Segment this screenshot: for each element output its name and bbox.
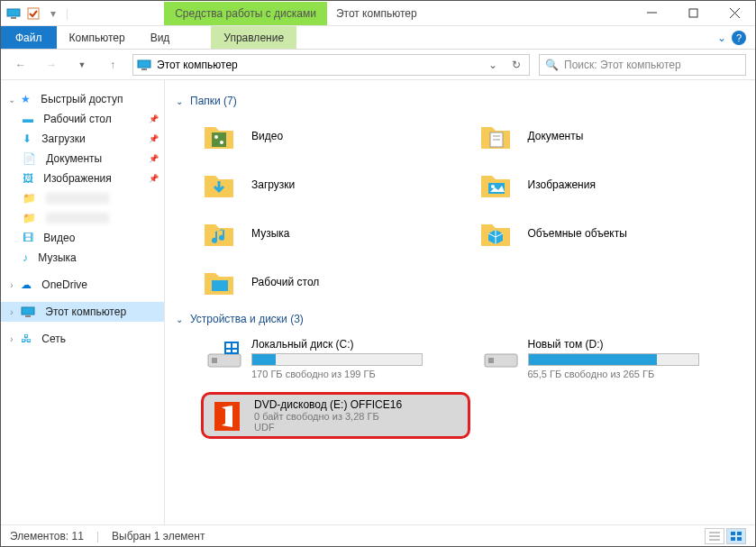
sidebar-item-desktop[interactable]: ▬ Рабочий стол📌 <box>1 109 164 129</box>
svg-rect-26 <box>232 350 237 352</box>
svg-rect-36 <box>737 537 742 541</box>
sidebar-item-label: Сеть <box>41 333 66 345</box>
folder-icon <box>478 215 514 251</box>
sidebar-item-label: Документы <box>46 152 102 165</box>
sidebar-item-blurred[interactable]: 📁 <box>1 208 164 228</box>
folder-label: Документы <box>528 130 584 142</box>
search-placeholder: Поиск: Этот компьютер <box>564 59 681 71</box>
pin-icon: 📌 <box>149 114 159 123</box>
drive-name: Локальный диск (C:) <box>251 338 465 351</box>
refresh-button[interactable]: ↻ <box>507 59 525 71</box>
folders-grid: ВидеоДокументыЗагрузкиИзображенияМузыкаО… <box>174 114 746 304</box>
back-button[interactable]: ← <box>10 54 32 76</box>
address-bar[interactable]: Этот компьютер ⌄ ↻ <box>132 54 530 76</box>
search-icon: 🔍 <box>545 59 559 71</box>
group-folders[interactable]: ⌄Папки (7) <box>174 86 746 114</box>
sidebar-this-pc[interactable]: › Этот компьютер <box>1 302 164 322</box>
qat-dropdown-icon[interactable]: ▾ <box>46 6 60 21</box>
title-context: Средства работы с дисками Этот компьютер <box>74 1 631 25</box>
tab-computer[interactable]: Компьютер <box>57 26 138 49</box>
sidebar-onedrive[interactable]: ›☁ OneDrive <box>1 275 164 295</box>
sidebar-item-downloads[interactable]: ⬇ Загрузки📌 <box>1 129 164 149</box>
sidebar-item-label: Музыка <box>38 251 76 264</box>
svg-rect-28 <box>488 358 494 363</box>
search-input[interactable]: 🔍 Поиск: Этот компьютер <box>539 54 746 76</box>
folder-item[interactable]: Музыка <box>201 212 470 255</box>
download-icon: ⬇ <box>23 132 32 145</box>
file-tab[interactable]: Файл <box>1 26 57 49</box>
drive-icon <box>206 338 242 370</box>
maximize-button[interactable] <box>672 1 714 25</box>
network-icon: 🖧 <box>21 333 32 345</box>
svg-rect-23 <box>226 343 231 348</box>
sidebar-item-documents[interactable]: 📄 Документы📌 <box>1 149 164 169</box>
sidebar-network[interactable]: ›🖧 Сеть <box>1 329 164 349</box>
drive-info: Локальный диск (C:) 170 ГБ свободно из 1… <box>251 338 465 379</box>
checkbox-icon[interactable] <box>26 6 41 21</box>
ribbon: Файл Компьютер Вид Управление ⌄? <box>1 26 755 50</box>
chevron-down-icon: ⌄ <box>717 32 726 44</box>
folder-item[interactable]: Изображения <box>478 163 747 206</box>
chevron-down-icon: ⌄ <box>174 96 185 106</box>
picture-icon: 🖼 <box>23 172 33 185</box>
svg-rect-35 <box>731 537 735 541</box>
svg-rect-33 <box>731 532 735 535</box>
drive-item-dvd[interactable]: DVD-дисковод (E:) OFFICE16 0 байт свобод… <box>201 392 470 439</box>
ribbon-expand[interactable]: ⌄? <box>708 26 755 49</box>
folder-item[interactable]: Загрузки <box>201 163 470 206</box>
folder-item[interactable]: Документы <box>478 114 747 158</box>
group-title: Папки (7) <box>190 95 237 107</box>
svg-rect-24 <box>232 343 237 348</box>
cloud-icon: ☁ <box>21 278 32 291</box>
nav-sidebar: ⌄★ Быстрый доступ ▬ Рабочий стол📌 ⬇ Загр… <box>1 80 165 524</box>
svg-rect-1 <box>11 17 16 19</box>
close-button[interactable] <box>714 1 755 25</box>
address-dropdown[interactable]: ⌄ <box>484 59 502 71</box>
drive-bar <box>251 353 423 366</box>
title-bar: ▾ | Средства работы с дисками Этот компь… <box>1 1 755 26</box>
drive-item-c[interactable]: Локальный диск (C:) 170 ГБ свободно из 1… <box>201 333 470 385</box>
minimize-button[interactable] <box>631 1 672 25</box>
group-drives[interactable]: ⌄Устройства и диски (3) <box>174 304 746 333</box>
up-button[interactable]: ↑ <box>102 54 123 76</box>
svg-rect-11 <box>212 132 226 147</box>
svg-point-18 <box>491 185 495 188</box>
recent-button[interactable]: ▼ <box>71 54 93 76</box>
context-tab-label: Средства работы с дисками <box>164 2 327 25</box>
address-bar-row: ← → ▼ ↑ Этот компьютер ⌄ ↻ 🔍 Поиск: Этот… <box>1 50 755 80</box>
svg-point-12 <box>214 135 218 139</box>
folder-item[interactable]: Объемные объекты <box>478 212 747 255</box>
tab-manage[interactable]: Управление <box>211 26 296 49</box>
star-icon: ★ <box>21 93 31 105</box>
svg-rect-4 <box>689 9 697 17</box>
folder-item[interactable]: Видео <box>201 114 470 158</box>
breadcrumb[interactable]: Этот компьютер <box>157 59 238 71</box>
chevron-down-icon: ⌄ <box>6 95 17 105</box>
svg-rect-21 <box>212 358 217 363</box>
forward-button[interactable]: → <box>41 54 62 76</box>
drives-grid: Локальный диск (C:) 170 ГБ свободно из 1… <box>174 333 746 439</box>
details-view-button[interactable] <box>705 528 724 544</box>
folder-icon <box>201 264 237 300</box>
status-selection: Выбран 1 элемент <box>112 530 205 542</box>
pin-icon: 📌 <box>149 134 159 143</box>
drive-item-d[interactable]: Новый том (D:) 65,5 ГБ свободно из 265 Г… <box>478 333 747 385</box>
view-toggle <box>705 528 746 544</box>
drive-bar <box>528 353 699 366</box>
tiles-view-button[interactable] <box>726 528 746 544</box>
folder-item[interactable]: Рабочий стол <box>201 260 470 304</box>
video-icon: 🎞 <box>23 232 33 244</box>
help-icon[interactable]: ? <box>732 31 746 45</box>
svg-point-13 <box>220 141 223 144</box>
drive-icon <box>483 338 519 370</box>
status-item-count: Элементов: 11 <box>10 530 84 542</box>
chevron-right-icon: › <box>6 280 17 290</box>
sidebar-item-blurred[interactable]: 📁 <box>1 188 164 208</box>
tab-view[interactable]: Вид <box>138 26 183 49</box>
sidebar-item-music[interactable]: ♪ Музыка <box>1 248 164 268</box>
sidebar-quick-access[interactable]: ⌄★ Быстрый доступ <box>1 89 164 109</box>
folder-label: Объемные объекты <box>528 227 627 240</box>
sidebar-item-pictures[interactable]: 🖼 Изображения📌 <box>1 169 164 188</box>
sidebar-item-video[interactable]: 🎞 Видео <box>1 228 164 248</box>
sidebar-item-label: OneDrive <box>41 278 87 291</box>
